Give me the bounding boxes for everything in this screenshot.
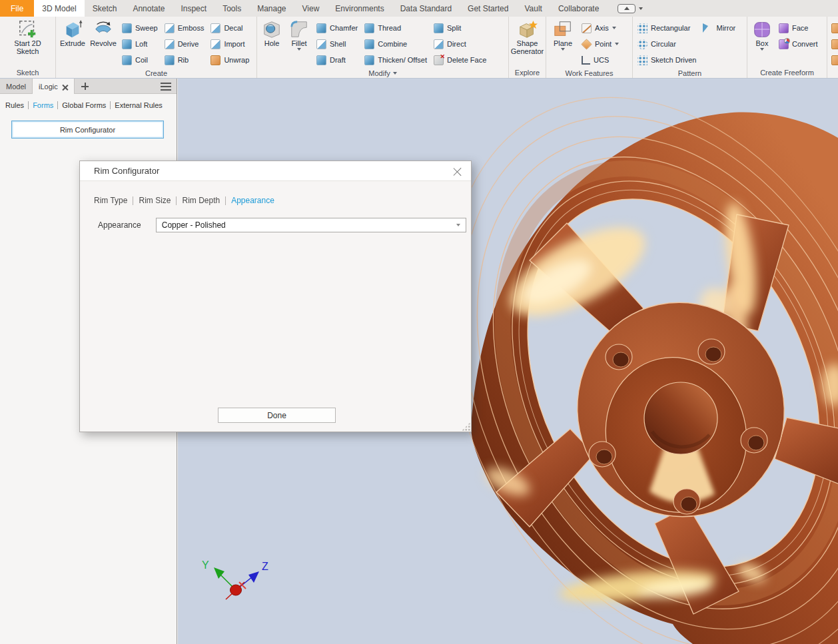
hole-button[interactable]: Hole [258, 17, 285, 68]
import-icon [210, 39, 220, 49]
tab-vault[interactable]: Vault [516, 0, 550, 17]
ribbon-item-delete-face[interactable]: Delete Face [430, 52, 490, 68]
ribbon-item-chamfer[interactable]: Chamfer [313, 20, 361, 36]
ribbon-options-caret-icon[interactable] [639, 7, 643, 10]
tab-tools[interactable]: Tools [214, 0, 249, 17]
start-2d-sketch-button[interactable]: Start 2D Sketch [7, 17, 49, 67]
ribbon-item-axis[interactable]: Axis [578, 20, 622, 36]
ribbon-item-rib[interactable]: Rib [161, 52, 208, 68]
ribbon-group-create: Extrude Revolve Sweep Loft Coil Emb [56, 17, 257, 78]
ribbon-item-derive[interactable]: Derive [161, 36, 208, 52]
ribbon-item-face[interactable]: Face [775, 20, 821, 36]
ribbon-item-split[interactable]: Split [430, 20, 490, 36]
group-label-modify[interactable]: Modify [257, 68, 508, 79]
ribbon-collapse-button[interactable] [618, 4, 635, 13]
appearance-label: Appearance [98, 220, 141, 230]
tab-view[interactable]: View [294, 0, 328, 17]
x-axis-dot-icon [230, 585, 242, 595]
dialog-tab-appearance[interactable]: Appearance [231, 196, 274, 205]
subtab-rules[interactable]: Rules [5, 101, 24, 109]
extrude-button[interactable]: Extrude [57, 17, 88, 68]
tab-annotate[interactable]: Annotate [125, 0, 173, 17]
revolve-button[interactable]: Revolve [88, 17, 119, 68]
tab-manage[interactable]: Manage [249, 0, 294, 17]
subtab-global-forms[interactable]: Global Forms [62, 101, 106, 109]
ribbon-item-ucs[interactable]: UCS [578, 52, 622, 68]
ribbon-item-partial-3[interactable] [829, 52, 838, 68]
combine-icon [364, 39, 374, 49]
ribbon-item-emboss[interactable]: Emboss [161, 20, 208, 36]
dialog-tab-rim-size[interactable]: Rim Size [139, 196, 171, 205]
subtab-external-rules[interactable]: External Rules [115, 101, 163, 109]
dialog-title-bar[interactable]: Rim Configurator [80, 161, 471, 181]
close-tab-icon[interactable] [62, 84, 68, 90]
view-axis-triad[interactable]: Y Z [198, 553, 284, 606]
shape-generator-button[interactable]: Shape Generator [510, 17, 544, 67]
tab-data-standard[interactable]: Data Standard [392, 0, 460, 17]
direct-icon [434, 39, 444, 49]
panel-tab-ilogic[interactable]: iLogic [32, 79, 75, 94]
panel-tab-model[interactable]: Model [0, 79, 32, 93]
ribbon-item-import[interactable]: Import [207, 36, 252, 52]
add-tab-icon[interactable] [81, 83, 89, 90]
ribbon-item-combine[interactable]: Combine [361, 36, 430, 52]
subtab-forms[interactable]: Forms [33, 101, 53, 109]
ribbon-item-mirror[interactable]: Mirror [699, 20, 739, 36]
partial-icon-2 [831, 39, 838, 49]
group-label-explore[interactable]: Explore [509, 67, 546, 78]
ribbon-item-partial-1[interactable] [829, 20, 838, 36]
plane-icon [552, 19, 574, 39]
delete-face-icon [434, 55, 444, 65]
ribbon-item-direct[interactable]: Direct [430, 36, 490, 52]
ribbon-group-partial [827, 17, 838, 78]
ribbon-item-loft[interactable]: Loft [119, 36, 161, 52]
group-label-work-features[interactable]: Work Features [546, 68, 632, 79]
group-label-create-freeform[interactable]: Create Freeform [747, 67, 827, 78]
tab-collaborate[interactable]: Collaborate [550, 0, 607, 17]
tab-environments[interactable]: Environments [327, 0, 392, 17]
dialog-tab-rim-depth[interactable]: Rim Depth [182, 196, 220, 205]
dialog-resize-grip[interactable] [462, 422, 470, 431]
panel-menu-icon[interactable] [161, 83, 171, 91]
fillet-button[interactable]: Fillet [285, 17, 313, 68]
ribbon-item-unwrap[interactable]: Unwrap [207, 52, 252, 68]
ribbon-item-draft[interactable]: Draft [313, 52, 361, 68]
dialog-tab-rim-type[interactable]: Rim Type [94, 196, 127, 205]
ribbon-item-convert[interactable]: Convert [775, 36, 821, 52]
ribbon-item-thread[interactable]: Thread [361, 20, 430, 36]
ribbon-item-rectangular[interactable]: Rectangular [634, 20, 699, 36]
tab-sketch[interactable]: Sketch [85, 0, 125, 17]
appearance-dropdown[interactable]: Copper - Polished [156, 218, 466, 232]
box-button[interactable]: Box [749, 17, 775, 67]
tab-inspect[interactable]: Inspect [173, 0, 214, 17]
sweep-icon [122, 23, 132, 33]
rim-configurator-form-button[interactable]: Rim Configurator [11, 121, 164, 139]
tab-get-started[interactable]: Get Started [460, 0, 516, 17]
done-button[interactable]: Done [218, 408, 336, 423]
plane-button[interactable]: Plane [548, 17, 578, 68]
dialog-tab-separator [225, 196, 226, 205]
group-label-create[interactable]: Create [56, 68, 256, 79]
ribbon-item-thicken-offset[interactable]: Thicken/ Offset [361, 52, 430, 68]
tab-file[interactable]: File [0, 0, 34, 17]
chamfer-icon [316, 23, 326, 33]
group-label-sketch[interactable]: Sketch [0, 67, 55, 78]
group-label-pattern[interactable]: Pattern [633, 68, 747, 79]
ribbon-item-point[interactable]: Point [578, 36, 622, 52]
dialog-title: Rim Configurator [94, 166, 159, 176]
z-axis-label: Z [262, 561, 268, 572]
ribbon-item-circular[interactable]: Circular [634, 36, 699, 52]
ribbon-item-sweep[interactable]: Sweep [119, 20, 161, 36]
ribbon: Start 2D Sketch Sketch Extrude [0, 17, 838, 79]
shape-generator-icon [517, 19, 538, 39]
ribbon-item-sketch-driven[interactable]: Sketch Driven [634, 52, 699, 68]
ribbon-item-decal[interactable]: Decal [207, 20, 252, 36]
ribbon-item-partial-2[interactable] [829, 36, 838, 52]
ribbon-item-shell[interactable]: Shell [313, 36, 361, 52]
dialog-close-icon[interactable] [453, 166, 462, 175]
tab-3d-model[interactable]: 3D Model [34, 0, 84, 17]
appearance-value: Copper - Polished [162, 220, 226, 230]
ilogic-subtabs: Rules Forms Global Forms External Rules [0, 94, 177, 109]
partial-icon-3 [831, 55, 838, 65]
ribbon-item-coil[interactable]: Coil [119, 52, 161, 68]
